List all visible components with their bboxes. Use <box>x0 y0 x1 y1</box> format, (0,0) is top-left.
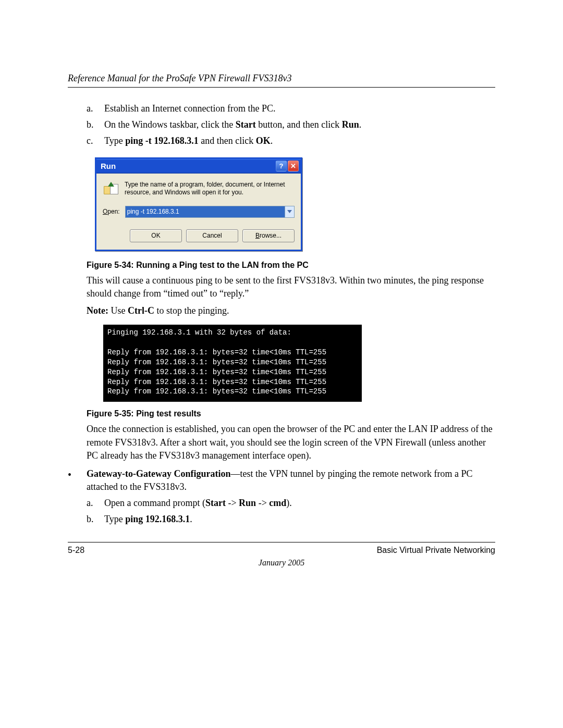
term-l2: Reply from 192.168.3.1: bytes=32 time<10… <box>107 348 326 356</box>
document-page: Reference Manual for the ProSafe VPN Fir… <box>0 0 563 609</box>
step-c-mid: and then click <box>199 135 256 146</box>
step-c-post: . <box>271 135 273 146</box>
term-l6: Reply from 192.168.3.1: bytes=32 time<10… <box>107 387 326 396</box>
section-title: Basic Virtual Private Networking <box>377 546 495 555</box>
gw-b-post: . <box>190 514 192 524</box>
page-number: 5-28 <box>68 546 84 555</box>
open-label-rest: pen: <box>107 208 119 215</box>
gateway-bullet-body: Gateway-to-Gateway Configuration—test th… <box>87 467 495 493</box>
open-combobox[interactable]: ping -t 192.168.3.1 <box>125 206 295 218</box>
footer-date: January 2005 <box>68 558 495 567</box>
gw-a-post: ). <box>286 498 292 508</box>
open-input[interactable]: ping -t 192.168.3.1 <box>126 206 285 217</box>
step-c: c. Type ping -t 192.168.3.1 and then cli… <box>68 134 495 147</box>
run-dialog-title: Run <box>101 162 275 170</box>
bullet-dot-icon: • <box>68 467 87 493</box>
gateway-bold: Gateway-to-Gateway Configuration <box>87 468 230 479</box>
close-icon: ✕ <box>290 162 296 170</box>
gw-step-a: a. Open a command prompt (Start -> Run -… <box>68 497 495 510</box>
step-b-post: . <box>359 119 362 130</box>
step-c-body: Type ping -t 192.168.3.1 and then click … <box>104 134 495 147</box>
help-icon: ? <box>279 162 284 170</box>
gw-a-a1: -> <box>226 498 239 508</box>
step-b-start: Start <box>236 119 256 130</box>
figure-5-34-caption: Figure 5-34: Running a Ping test to the … <box>87 261 495 270</box>
term-l0: Pinging 192.168.3.1 with 32 bytes of dat… <box>107 328 291 337</box>
figure-5-35-caption: Figure 5-35: Ping test results <box>87 409 495 418</box>
term-l3: Reply from 192.168.3.1: bytes=32 time<10… <box>107 358 326 366</box>
run-button-row: OK Cancel Browse... <box>103 229 295 242</box>
help-button[interactable]: ? <box>276 161 287 171</box>
gw-b-pre: Type <box>104 514 125 524</box>
gw-step-a-marker: a. <box>87 497 104 510</box>
run-description: Type the name of a program, folder, docu… <box>125 181 295 197</box>
step-b-pre: On the Windows taskbar, click the <box>104 119 236 130</box>
step-a: a. Establish an Internet connection from… <box>68 102 495 115</box>
gateway-bullet: • Gateway-to-Gateway Configuration—test … <box>68 467 495 493</box>
gw-b-cmd: ping 192.168.3.1 <box>125 514 190 524</box>
gw-a-a2: -> <box>256 498 269 508</box>
note-line: Note: Use Ctrl-C to stop the pinging. <box>87 304 495 317</box>
step-b-body: On the Windows taskbar, click the Start … <box>104 118 495 131</box>
cancel-button[interactable]: Cancel <box>186 229 238 242</box>
footer-row: 5-28 Basic Virtual Private Networking <box>68 546 495 555</box>
run-dialog-body: Type the name of a program, folder, docu… <box>96 174 301 250</box>
footer-rule <box>68 542 495 542</box>
para-after-fig34: This will cause a continuous ping to be … <box>87 274 495 300</box>
close-button[interactable]: ✕ <box>288 161 299 171</box>
gw-a-run: Run <box>239 498 256 508</box>
page-header-title: Reference Manual for the ProSafe VPN Fir… <box>68 73 495 84</box>
gw-a-start: Start <box>205 498 226 508</box>
open-label: Open: <box>103 208 120 215</box>
combobox-dropdown-button[interactable] <box>285 206 294 217</box>
gw-step-b-body: Type ping 192.168.3.1. <box>104 513 495 526</box>
run-program-icon <box>103 181 119 198</box>
browse-rest: rowse... <box>260 232 282 239</box>
step-c-pre: Type <box>104 135 125 146</box>
para-after-fig35: Once the connection is established, you … <box>87 423 495 462</box>
gw-a-cmd: cmd <box>269 498 286 508</box>
gw-a-pre: Open a command prompt ( <box>104 498 205 508</box>
step-b-run: Run <box>342 119 359 130</box>
step-c-ok: OK <box>256 135 271 146</box>
browse-underline: B <box>255 232 260 239</box>
step-b-mid: button, and then click <box>256 119 342 130</box>
ping-terminal-output: Pinging 192.168.3.1 with 32 bytes of dat… <box>103 325 362 402</box>
run-dialog: Run ? ✕ Type the name of a program, fold… <box>95 157 302 251</box>
step-a-body: Establish an Internet connection from th… <box>104 102 495 115</box>
gw-step-b-marker: b. <box>87 513 104 526</box>
gw-step-a-body: Open a command prompt (Start -> Run -> c… <box>104 497 495 510</box>
term-l4: Reply from 192.168.3.1: bytes=32 time<10… <box>107 368 326 376</box>
note-cmd: Ctrl-C <box>128 305 154 316</box>
open-label-underline: O <box>103 208 107 215</box>
step-b: b. On the Windows taskbar, click the Sta… <box>68 118 495 131</box>
step-c-cmd: ping -t 192.168.3.1 <box>125 135 199 146</box>
note-post: to stop the pinging. <box>154 305 229 316</box>
ok-button[interactable]: OK <box>130 229 182 242</box>
step-b-marker: b. <box>87 118 104 131</box>
note-pre: Use <box>108 305 128 316</box>
header-rule <box>68 87 495 88</box>
note-label: Note: <box>87 305 108 316</box>
browse-button[interactable]: Browse... <box>242 229 295 242</box>
gw-step-b: b. Type ping 192.168.3.1. <box>68 513 495 526</box>
step-a-marker: a. <box>87 102 104 115</box>
run-titlebar[interactable]: Run ? ✕ <box>96 159 301 174</box>
chevron-down-icon <box>287 210 292 213</box>
term-l5: Reply from 192.168.3.1: bytes=32 time<10… <box>107 378 326 386</box>
step-c-marker: c. <box>87 134 104 147</box>
